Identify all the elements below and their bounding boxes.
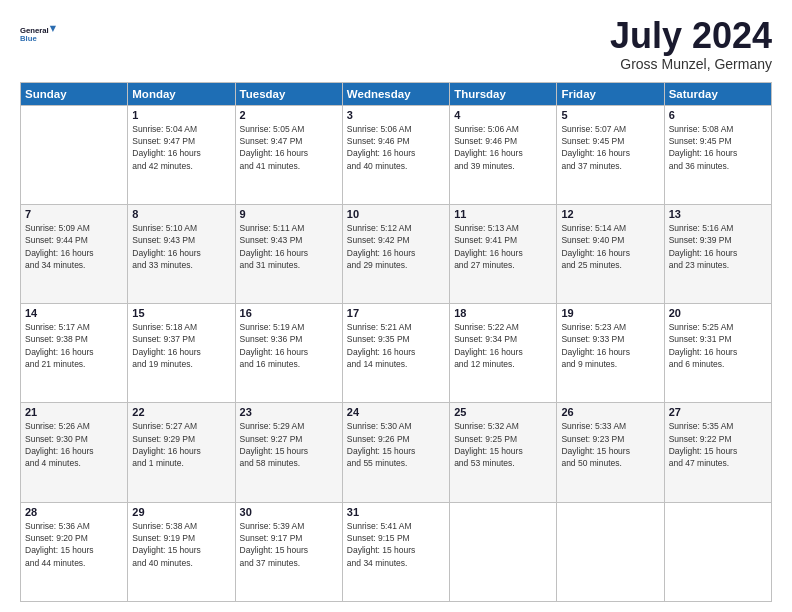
month-title: July 2024 — [610, 16, 772, 56]
day-cell: 8Sunrise: 5:10 AM Sunset: 9:43 PM Daylig… — [128, 204, 235, 303]
day-info: Sunrise: 5:08 AM Sunset: 9:45 PM Dayligh… — [669, 123, 767, 172]
day-info: Sunrise: 5:05 AM Sunset: 9:47 PM Dayligh… — [240, 123, 338, 172]
day-cell: 29Sunrise: 5:38 AM Sunset: 9:19 PM Dayli… — [128, 502, 235, 601]
calendar-table: SundayMondayTuesdayWednesdayThursdayFrid… — [20, 82, 772, 602]
day-info: Sunrise: 5:21 AM Sunset: 9:35 PM Dayligh… — [347, 321, 445, 370]
day-info: Sunrise: 5:14 AM Sunset: 9:40 PM Dayligh… — [561, 222, 659, 271]
day-info: Sunrise: 5:27 AM Sunset: 9:29 PM Dayligh… — [132, 420, 230, 469]
day-cell: 9Sunrise: 5:11 AM Sunset: 9:43 PM Daylig… — [235, 204, 342, 303]
day-info: Sunrise: 5:06 AM Sunset: 9:46 PM Dayligh… — [347, 123, 445, 172]
day-cell: 19Sunrise: 5:23 AM Sunset: 9:33 PM Dayli… — [557, 304, 664, 403]
day-number: 13 — [669, 208, 767, 220]
day-cell: 1Sunrise: 5:04 AM Sunset: 9:47 PM Daylig… — [128, 105, 235, 204]
day-cell: 17Sunrise: 5:21 AM Sunset: 9:35 PM Dayli… — [342, 304, 449, 403]
day-info: Sunrise: 5:09 AM Sunset: 9:44 PM Dayligh… — [25, 222, 123, 271]
day-cell: 22Sunrise: 5:27 AM Sunset: 9:29 PM Dayli… — [128, 403, 235, 502]
day-cell — [21, 105, 128, 204]
day-header: Saturday — [664, 82, 771, 105]
day-number: 20 — [669, 307, 767, 319]
day-cell: 25Sunrise: 5:32 AM Sunset: 9:25 PM Dayli… — [450, 403, 557, 502]
day-cell: 20Sunrise: 5:25 AM Sunset: 9:31 PM Dayli… — [664, 304, 771, 403]
day-info: Sunrise: 5:10 AM Sunset: 9:43 PM Dayligh… — [132, 222, 230, 271]
day-cell: 11Sunrise: 5:13 AM Sunset: 9:41 PM Dayli… — [450, 204, 557, 303]
day-cell: 2Sunrise: 5:05 AM Sunset: 9:47 PM Daylig… — [235, 105, 342, 204]
day-number: 21 — [25, 406, 123, 418]
day-info: Sunrise: 5:30 AM Sunset: 9:26 PM Dayligh… — [347, 420, 445, 469]
day-number: 22 — [132, 406, 230, 418]
day-number: 24 — [347, 406, 445, 418]
day-info: Sunrise: 5:38 AM Sunset: 9:19 PM Dayligh… — [132, 520, 230, 569]
day-cell — [557, 502, 664, 601]
day-cell: 6Sunrise: 5:08 AM Sunset: 9:45 PM Daylig… — [664, 105, 771, 204]
day-cell: 5Sunrise: 5:07 AM Sunset: 9:45 PM Daylig… — [557, 105, 664, 204]
day-info: Sunrise: 5:11 AM Sunset: 9:43 PM Dayligh… — [240, 222, 338, 271]
day-cell: 4Sunrise: 5:06 AM Sunset: 9:46 PM Daylig… — [450, 105, 557, 204]
week-row: 7Sunrise: 5:09 AM Sunset: 9:44 PM Daylig… — [21, 204, 772, 303]
day-number: 3 — [347, 109, 445, 121]
day-info: Sunrise: 5:18 AM Sunset: 9:37 PM Dayligh… — [132, 321, 230, 370]
day-info: Sunrise: 5:39 AM Sunset: 9:17 PM Dayligh… — [240, 520, 338, 569]
calendar-body: 1Sunrise: 5:04 AM Sunset: 9:47 PM Daylig… — [21, 105, 772, 601]
day-number: 26 — [561, 406, 659, 418]
day-cell: 26Sunrise: 5:33 AM Sunset: 9:23 PM Dayli… — [557, 403, 664, 502]
day-info: Sunrise: 5:41 AM Sunset: 9:15 PM Dayligh… — [347, 520, 445, 569]
day-number: 17 — [347, 307, 445, 319]
day-cell: 18Sunrise: 5:22 AM Sunset: 9:34 PM Dayli… — [450, 304, 557, 403]
page: General Blue July 2024 Gross Munzel, Ger… — [0, 0, 792, 612]
day-number: 31 — [347, 506, 445, 518]
day-number: 2 — [240, 109, 338, 121]
day-header: Monday — [128, 82, 235, 105]
day-cell: 10Sunrise: 5:12 AM Sunset: 9:42 PM Dayli… — [342, 204, 449, 303]
day-number: 5 — [561, 109, 659, 121]
day-number: 4 — [454, 109, 552, 121]
day-cell: 28Sunrise: 5:36 AM Sunset: 9:20 PM Dayli… — [21, 502, 128, 601]
day-info: Sunrise: 5:23 AM Sunset: 9:33 PM Dayligh… — [561, 321, 659, 370]
day-info: Sunrise: 5:16 AM Sunset: 9:39 PM Dayligh… — [669, 222, 767, 271]
day-cell: 14Sunrise: 5:17 AM Sunset: 9:38 PM Dayli… — [21, 304, 128, 403]
day-cell — [450, 502, 557, 601]
day-cell: 31Sunrise: 5:41 AM Sunset: 9:15 PM Dayli… — [342, 502, 449, 601]
day-number: 14 — [25, 307, 123, 319]
day-number: 6 — [669, 109, 767, 121]
day-cell: 27Sunrise: 5:35 AM Sunset: 9:22 PM Dayli… — [664, 403, 771, 502]
day-number: 27 — [669, 406, 767, 418]
day-cell: 24Sunrise: 5:30 AM Sunset: 9:26 PM Dayli… — [342, 403, 449, 502]
day-header: Tuesday — [235, 82, 342, 105]
day-info: Sunrise: 5:29 AM Sunset: 9:27 PM Dayligh… — [240, 420, 338, 469]
location: Gross Munzel, Germany — [610, 56, 772, 72]
day-number: 25 — [454, 406, 552, 418]
day-info: Sunrise: 5:12 AM Sunset: 9:42 PM Dayligh… — [347, 222, 445, 271]
day-cell: 16Sunrise: 5:19 AM Sunset: 9:36 PM Dayli… — [235, 304, 342, 403]
day-info: Sunrise: 5:22 AM Sunset: 9:34 PM Dayligh… — [454, 321, 552, 370]
svg-text:General: General — [20, 26, 49, 35]
day-number: 7 — [25, 208, 123, 220]
day-number: 9 — [240, 208, 338, 220]
day-info: Sunrise: 5:25 AM Sunset: 9:31 PM Dayligh… — [669, 321, 767, 370]
day-cell: 15Sunrise: 5:18 AM Sunset: 9:37 PM Dayli… — [128, 304, 235, 403]
day-number: 11 — [454, 208, 552, 220]
day-cell: 3Sunrise: 5:06 AM Sunset: 9:46 PM Daylig… — [342, 105, 449, 204]
header: General Blue July 2024 Gross Munzel, Ger… — [20, 16, 772, 72]
day-info: Sunrise: 5:07 AM Sunset: 9:45 PM Dayligh… — [561, 123, 659, 172]
week-row: 28Sunrise: 5:36 AM Sunset: 9:20 PM Dayli… — [21, 502, 772, 601]
day-cell: 30Sunrise: 5:39 AM Sunset: 9:17 PM Dayli… — [235, 502, 342, 601]
day-number: 23 — [240, 406, 338, 418]
day-number: 18 — [454, 307, 552, 319]
day-header: Wednesday — [342, 82, 449, 105]
day-number: 1 — [132, 109, 230, 121]
day-header: Sunday — [21, 82, 128, 105]
day-info: Sunrise: 5:04 AM Sunset: 9:47 PM Dayligh… — [132, 123, 230, 172]
title-block: July 2024 Gross Munzel, Germany — [610, 16, 772, 72]
week-row: 14Sunrise: 5:17 AM Sunset: 9:38 PM Dayli… — [21, 304, 772, 403]
days-header-row: SundayMondayTuesdayWednesdayThursdayFrid… — [21, 82, 772, 105]
day-number: 16 — [240, 307, 338, 319]
day-info: Sunrise: 5:36 AM Sunset: 9:20 PM Dayligh… — [25, 520, 123, 569]
day-cell: 21Sunrise: 5:26 AM Sunset: 9:30 PM Dayli… — [21, 403, 128, 502]
day-number: 10 — [347, 208, 445, 220]
day-info: Sunrise: 5:26 AM Sunset: 9:30 PM Dayligh… — [25, 420, 123, 469]
week-row: 21Sunrise: 5:26 AM Sunset: 9:30 PM Dayli… — [21, 403, 772, 502]
day-cell: 7Sunrise: 5:09 AM Sunset: 9:44 PM Daylig… — [21, 204, 128, 303]
day-info: Sunrise: 5:32 AM Sunset: 9:25 PM Dayligh… — [454, 420, 552, 469]
day-cell — [664, 502, 771, 601]
day-number: 29 — [132, 506, 230, 518]
